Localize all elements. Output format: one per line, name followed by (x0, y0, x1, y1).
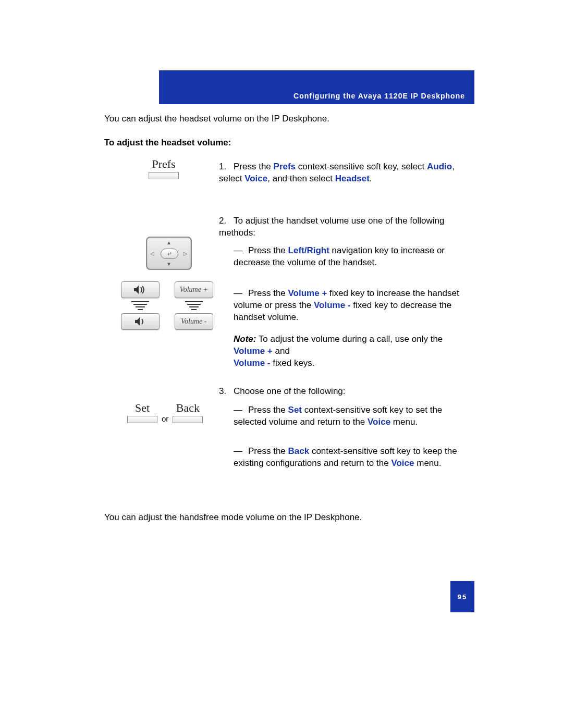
dash-icon: — (234, 288, 248, 300)
softkey-set: Set (127, 401, 157, 423)
step-1-number: 1. (219, 161, 234, 173)
note-t1: To adjust the volume during a call, use … (256, 334, 443, 344)
dash-icon: — (234, 446, 248, 458)
dash-icon: — (234, 404, 248, 416)
volume-keys-graphic: Volume + Volume - (121, 281, 213, 330)
intro-text: You can adjust the headset volume on the… (104, 114, 329, 124)
nav-down-icon: ▼ (166, 261, 172, 267)
step-1-text-2: context-sensitive soft key, select (296, 162, 427, 171)
step-3-bullet-2: —Press the Back context-sensitive soft k… (234, 446, 472, 470)
kw-audio: Audio (427, 162, 452, 171)
note-t2: and (273, 346, 290, 356)
volume-minus-label: Volume - (175, 313, 213, 330)
section-subhead: To adjust the headset volume: (104, 138, 231, 148)
step-2-number: 2. (219, 215, 234, 227)
b2-t1: Press the (248, 288, 288, 298)
volume-icon-col (121, 281, 160, 330)
header-bar: Configuring the Avaya 1120E IP Deskphone (159, 70, 474, 104)
kw-vol-minus-2: Volume - (234, 358, 271, 368)
step-1-text-4: , and then select (267, 174, 335, 183)
page: Configuring the Avaya 1120E IP Deskphone… (0, 0, 563, 728)
step-1-text-1: Press the (234, 162, 274, 171)
nav-right-icon: ▷ (183, 251, 188, 256)
page-number: 95 (458, 593, 467, 601)
softkey-back-label: Back (173, 401, 203, 415)
page-number-box: 95 (450, 581, 474, 612)
softkey-prefs-label: Prefs (149, 157, 179, 171)
kw-back: Back (288, 446, 310, 456)
header-title: Configuring the Avaya 1120E IP Deskphone (293, 92, 465, 100)
softkey-back-button (173, 416, 203, 423)
kw-prefs: Prefs (274, 162, 296, 171)
step-2: 2.To adjust the handset volume use one o… (219, 215, 472, 239)
set-back-keys: Set or Back (127, 401, 203, 423)
step-3-bullet-1: —Press the Set context-sensitive soft ke… (234, 404, 472, 428)
nav-outer: ▲ ▼ ◁ ▷ ↵ (146, 237, 192, 270)
kw-vol-minus: Volume - (314, 300, 351, 310)
b4-t1: Press the (248, 446, 288, 456)
nav-up-icon: ▲ (166, 240, 172, 245)
step-1: 1.Press the Prefs context-sensitive soft… (219, 161, 472, 185)
step-3-text: Choose one of the following: (234, 386, 346, 396)
softkey-back: Back (173, 401, 203, 423)
outro-text: You can adjust the handsfree mode volume… (104, 512, 362, 523)
kw-set: Set (288, 405, 302, 415)
b4-t3: menu. (414, 458, 442, 468)
step-3-number: 3. (219, 386, 234, 398)
note-label: Note: (234, 334, 256, 344)
kw-vol-plus-2: Volume + (234, 346, 273, 356)
step-1-text-5: . (370, 174, 372, 183)
volume-up-icon (121, 281, 160, 298)
kw-voice-2: Voice (368, 417, 390, 427)
note-block: Note: To adjust the volume during a call… (234, 334, 472, 369)
kw-left-right: Left/Right (288, 245, 329, 255)
step-3: 3.Choose one of the following: (219, 386, 472, 398)
kw-headset: Headset (335, 174, 370, 183)
navigation-key-graphic: ▲ ▼ ◁ ▷ ↵ (146, 237, 190, 268)
volume-label-col: Volume + Volume - (175, 281, 213, 330)
b3-t3: menu. (390, 417, 418, 427)
kw-vol-plus: Volume + (288, 288, 327, 298)
step-2-text: To adjust the handset volume use one of … (219, 216, 445, 238)
dash-icon: — (234, 245, 248, 257)
softkey-prefs-button (149, 172, 179, 179)
b1-t1: Press the (248, 245, 288, 255)
softkey-prefs: Prefs (149, 157, 179, 179)
volume-lines-icon-2 (175, 301, 213, 310)
volume-lines-icon (121, 301, 160, 310)
nav-left-icon: ◁ (150, 251, 154, 256)
volume-plus-label: Volume + (175, 281, 213, 298)
nav-enter-icon: ↵ (161, 249, 178, 259)
b3-t1: Press the (248, 405, 288, 415)
or-text: or (162, 414, 168, 423)
note-t3: fixed keys. (271, 358, 315, 368)
softkey-set-label: Set (127, 401, 157, 415)
step-2-bullet-1: —Press the Left/Right navigation key to … (234, 245, 472, 269)
kw-voice-3: Voice (391, 458, 414, 468)
kw-voice: Voice (244, 174, 267, 183)
softkey-set-button (127, 416, 157, 423)
volume-down-icon (121, 313, 160, 330)
step-2-bullet-2: —Press the Volume + fixed key to increas… (234, 288, 472, 324)
